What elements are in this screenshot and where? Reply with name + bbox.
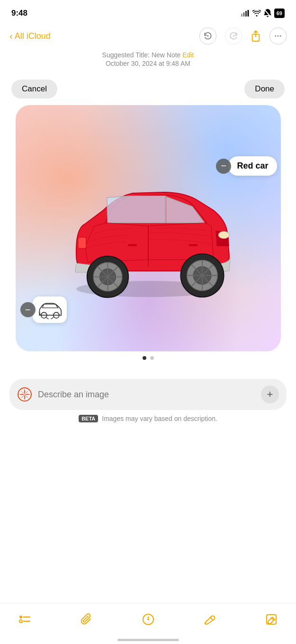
share-button[interactable] [251,30,261,42]
note-date: October 30, 2024 at 9:48 AM [0,60,296,67]
ai-sparkle-icon [18,387,32,402]
svg-rect-1 [243,12,244,17]
nav-bar: ‹ All iCloud [0,24,296,48]
svg-point-16 [218,232,229,239]
checklist-button[interactable] [14,609,35,630]
car-tag-remove-button[interactable]: − [20,302,36,317]
undo-button[interactable] [199,27,216,45]
directions-icon [142,613,154,626]
svg-point-6 [233,36,234,37]
svg-point-41 [147,618,149,620]
brush-icon [204,613,216,626]
redo-button[interactable] [225,27,242,45]
svg-rect-3 [247,10,249,17]
share-icon [251,30,261,42]
home-indicator [117,639,179,641]
beta-description: Images may vary based on description. [102,415,217,422]
red-car-tag[interactable]: − Red car [216,156,277,176]
image-container: − − Red car [0,105,296,351]
pagination [0,356,296,360]
cancel-button[interactable]: Cancel [11,80,57,98]
more-icon [274,32,282,40]
image-card: − − Red car [16,105,281,351]
action-row: Cancel Done [0,73,296,105]
bottom-toolbar [0,603,296,644]
beta-badge: BETA [79,415,98,422]
compose-icon [265,613,278,626]
car-illustration [58,145,238,311]
status-bar: 9:48 69 [0,0,296,24]
svg-point-5 [207,36,209,37]
svg-rect-15 [128,244,137,246]
signal-icon [241,10,250,17]
attach-button[interactable] [76,609,97,630]
edit-link[interactable]: Edit [182,51,194,59]
back-label: All iCloud [15,31,51,41]
describe-ai-icon [17,387,32,402]
done-button[interactable]: Done [244,80,285,98]
describe-section: + BETA Images may vary based on descript… [0,369,296,427]
svg-rect-17 [78,237,86,249]
back-button[interactable]: ‹ All iCloud [9,31,51,42]
beta-row: BETA Images may vary based on descriptio… [9,415,287,422]
describe-input-row: + [9,379,287,410]
wifi-icon [252,10,261,17]
car-thumbnail-icon [37,300,62,319]
car-tag[interactable]: − [20,296,67,323]
checklist-icon [18,613,31,626]
red-car-tag-remove-button[interactable]: − [216,159,231,174]
battery-icon: 69 [274,9,285,18]
status-time: 9:48 [11,9,27,18]
pagination-dot-1[interactable] [143,356,146,360]
svg-rect-0 [241,14,242,17]
redo-icon [229,32,238,40]
brush-button[interactable] [199,609,220,630]
note-meta: Suggested Title: New Note Edit October 3… [0,48,296,73]
pagination-dot-2[interactable] [150,356,154,360]
svg-point-9 [278,36,279,37]
note-suggested-title: Suggested Title: New Note Edit [0,51,296,59]
car-svg [58,145,238,311]
back-chevron-icon: ‹ [9,31,13,42]
svg-point-10 [280,36,281,37]
describe-add-button[interactable]: + [261,385,279,403]
more-button[interactable] [269,27,287,45]
svg-line-42 [210,617,213,620]
directions-button[interactable] [138,609,159,630]
bell-icon [264,9,271,18]
svg-point-8 [275,36,276,37]
undo-icon [204,32,212,40]
svg-point-38 [19,620,22,623]
svg-point-36 [19,616,22,618]
status-icons: 69 [241,9,285,18]
nav-actions [199,27,287,45]
car-tag-thumbnail [33,296,67,323]
red-car-tag-label: Red car [228,156,277,176]
describe-input[interactable] [38,390,255,400]
attach-icon [81,613,92,626]
svg-rect-14 [188,244,197,246]
svg-rect-2 [245,11,247,17]
compose-button[interactable] [261,609,282,630]
